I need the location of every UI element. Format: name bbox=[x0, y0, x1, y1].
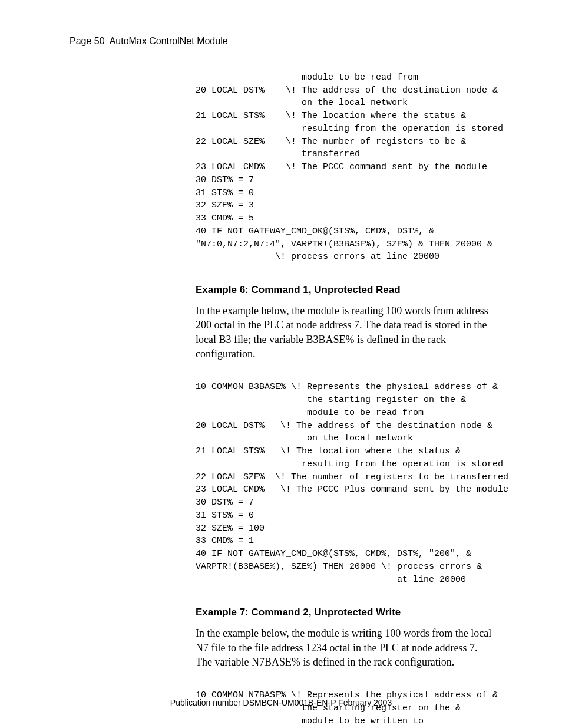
code-block-3: 10 COMMON N7BASE% \! Represents the phys… bbox=[196, 689, 492, 727]
footer-publication: Publication number DSMBCN-UM001B-EN-P Fe… bbox=[0, 697, 562, 708]
page: Page 50 AutoMax ControlNet Module module… bbox=[0, 0, 562, 728]
doc-title: AutoMax ControlNet Module bbox=[110, 36, 228, 46]
example-6-paragraph: In the example below, the module is read… bbox=[196, 304, 492, 361]
example-7-heading: Example 7: Command 2, Unprotected Write bbox=[196, 606, 492, 619]
example-6-heading: Example 6: Command 1, Unprotected Read bbox=[196, 284, 492, 297]
page-number: Page 50 bbox=[70, 36, 105, 46]
code-block-2: 10 COMMON B3BASE% \! Represents the phys… bbox=[196, 381, 492, 586]
example-7-paragraph: In the example below, the module is writ… bbox=[196, 626, 492, 669]
running-header: Page 50 AutoMax ControlNet Module bbox=[70, 35, 492, 48]
code-block-1: module to be read from 20 LOCAL DST% \! … bbox=[196, 71, 492, 263]
